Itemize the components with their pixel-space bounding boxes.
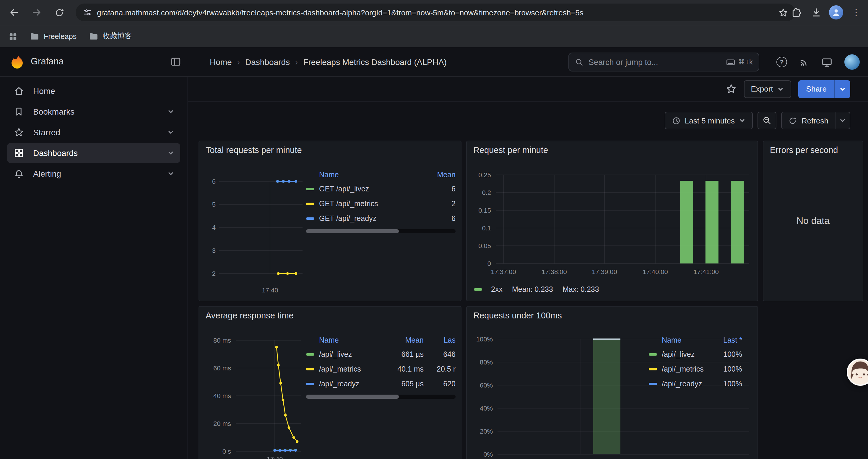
- legend-row: /api/_livez 661 µs 646: [306, 347, 456, 362]
- legend-header-name[interactable]: Name: [662, 336, 711, 345]
- browser-profile-avatar[interactable]: [829, 5, 843, 20]
- sidebar-item-home[interactable]: Home: [7, 81, 180, 101]
- axis-tick-label: 3: [212, 246, 216, 255]
- legend-header-name[interactable]: Name: [319, 171, 419, 179]
- y-axis: 0.250.20.150.10.050: [467, 141, 491, 301]
- legend-row: /api/_livez 100%: [649, 347, 742, 362]
- user-avatar[interactable]: [844, 54, 860, 70]
- favorite-dashboard-button[interactable]: [725, 83, 737, 95]
- sidebar-item-label: Home: [33, 86, 55, 96]
- sidebar: Home Bookmarks Starred Dashboards Alerti…: [0, 77, 188, 459]
- search-box[interactable]: ⌘+k: [568, 53, 759, 71]
- request-per-minute-chart[interactable]: 0.250.20.150.10.050 17:37:0017:38:0017:3…: [467, 141, 757, 301]
- no-data-message: No data: [764, 141, 863, 301]
- grafana-logo[interactable]: [9, 54, 25, 70]
- breadcrumb: Home › Dashboards › Freeleaps Metrics Da…: [210, 47, 447, 77]
- axis-tick-label: 17:38:00: [541, 268, 567, 275]
- refresh-button-group: Refresh: [781, 112, 850, 129]
- series-name[interactable]: GET /api/_metrics: [319, 199, 419, 208]
- legend-header-name[interactable]: Name: [319, 336, 387, 345]
- legend-header-last[interactable]: Las: [424, 336, 456, 345]
- axis-tick-label: 0 s: [222, 447, 231, 455]
- bookmark-folder-blogs[interactable]: 收藏博客: [88, 31, 132, 41]
- collapse-sidebar-button[interactable]: [170, 56, 181, 67]
- sidebar-item-alerting[interactable]: Alerting: [7, 164, 180, 184]
- legend-row: /api/_metrics 100%: [649, 362, 742, 376]
- star-icon: [725, 83, 737, 95]
- legend-row: GET /api/_livez 6: [306, 182, 456, 196]
- extensions-button[interactable]: [789, 5, 803, 20]
- grafana-brand: Grafana: [31, 56, 64, 67]
- apps-grid-icon[interactable]: [8, 32, 18, 41]
- legend-header-last[interactable]: Last *: [711, 336, 742, 345]
- series-name[interactable]: /api/_livez: [319, 350, 387, 358]
- url-input[interactable]: [97, 8, 773, 17]
- grafana-header: Grafana Home › Dashboards › Freeleaps Me…: [0, 47, 868, 77]
- breadcrumb-dashboards[interactable]: Dashboards: [245, 57, 290, 67]
- axis-tick-label: 4: [212, 223, 216, 232]
- sidebar-item-dashboards[interactable]: Dashboards: [7, 143, 180, 163]
- series-name[interactable]: /api/_readyz: [319, 380, 387, 388]
- series-swatch: [649, 383, 657, 385]
- legend-header-mean[interactable]: Mean: [387, 336, 424, 345]
- companion-avatar-overlay[interactable]: [847, 359, 868, 386]
- legend-scrollbar: [306, 229, 456, 233]
- series-name[interactable]: /api/_metrics: [662, 365, 711, 373]
- refresh-interval-button[interactable]: [835, 112, 850, 129]
- breadcrumb-home[interactable]: Home: [210, 57, 232, 67]
- bookmark-folder-freeleaps[interactable]: Freeleaps: [30, 31, 76, 41]
- rss-news-icon[interactable]: [799, 57, 809, 67]
- clock-icon: [672, 116, 681, 125]
- chevron-down-icon[interactable]: [167, 129, 174, 136]
- y-axis: 80 ms60 ms40 ms20 ms0 s: [199, 306, 231, 459]
- series-name[interactable]: /api/_livez: [662, 350, 711, 358]
- time-range-picker[interactable]: Last 5 minutes: [665, 112, 753, 129]
- zoom-out-time-button[interactable]: [758, 112, 777, 129]
- scrollbar-thumb[interactable]: [306, 395, 399, 399]
- search-icon: [575, 58, 584, 66]
- chevron-down-icon: [839, 117, 846, 124]
- downloads-button[interactable]: [809, 5, 823, 20]
- bell-icon: [13, 168, 25, 179]
- series-name[interactable]: GET /api/_livez: [319, 185, 419, 193]
- browser-back-button[interactable]: [6, 4, 23, 21]
- series-last: 100%: [711, 365, 742, 373]
- browser-actions: ⋮: [789, 0, 863, 25]
- series-mean: Mean: 0.233: [512, 285, 553, 294]
- series-name[interactable]: /api/_metrics: [319, 365, 387, 373]
- legend-header-mean[interactable]: Mean: [419, 171, 456, 179]
- browser-forward-button[interactable]: [28, 4, 45, 21]
- refresh-button[interactable]: Refresh: [781, 112, 835, 129]
- legend-header: Name Mean Las: [306, 334, 456, 347]
- legend-series-2xx[interactable]: 2xx: [474, 285, 502, 294]
- series-max: Max: 0.233: [562, 285, 599, 294]
- series-swatch: [306, 353, 314, 355]
- share-button[interactable]: Share: [799, 80, 834, 98]
- bookmark-star-icon[interactable]: [778, 7, 788, 18]
- sidebar-item-starred[interactable]: Starred: [7, 122, 180, 142]
- search-input[interactable]: [589, 58, 721, 66]
- chevron-down-icon[interactable]: [167, 150, 174, 157]
- sidebar-item-bookmarks[interactable]: Bookmarks: [7, 102, 180, 122]
- share-menu-button[interactable]: [834, 80, 850, 98]
- series-name[interactable]: /api/_readyz: [662, 380, 711, 388]
- series-last: 620: [424, 380, 456, 388]
- browser-menu-button[interactable]: ⋮: [849, 5, 863, 20]
- series-name[interactable]: GET /api/_readyz: [319, 214, 419, 222]
- series-mean: 40.1 ms: [387, 365, 424, 373]
- scrollbar-thumb[interactable]: [306, 229, 399, 233]
- browser-reload-button[interactable]: [51, 4, 67, 21]
- help-icon[interactable]: ?: [776, 57, 787, 67]
- dashboards-grid-icon: [13, 148, 25, 158]
- address-bar[interactable]: [75, 4, 795, 21]
- export-button[interactable]: Export: [744, 80, 791, 98]
- chevron-down-icon[interactable]: [167, 170, 174, 177]
- display-kiosk-icon[interactable]: [821, 57, 833, 68]
- legend-row: GET /api/_metrics 2: [306, 196, 456, 211]
- axis-tick-label: 17:39:00: [592, 268, 617, 275]
- chevron-down-icon[interactable]: [167, 108, 174, 115]
- series-mean: 2: [419, 199, 456, 208]
- x-axis: 17:40: [199, 287, 461, 295]
- breadcrumb-separator: ›: [237, 57, 240, 67]
- axis-tick-label: 60%: [480, 381, 493, 389]
